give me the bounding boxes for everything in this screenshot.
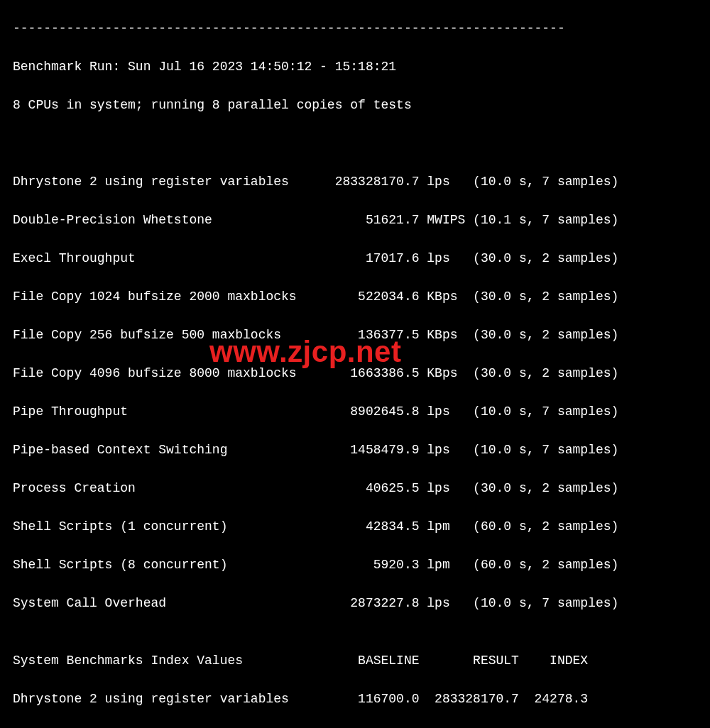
- watermark-text: www.zjcp.net: [209, 342, 401, 361]
- result-row: Execl Throughput 17017.6 lps (30.0 s, 2 …: [13, 249, 697, 268]
- benchmark-run-line: Benchmark Run: Sun Jul 16 2023 14:50:12 …: [13, 57, 697, 77]
- result-row: Process Creation 40625.5 lps (30.0 s, 2 …: [13, 479, 697, 498]
- result-row: Pipe Throughput 8902645.8 lps (10.0 s, 7…: [13, 402, 697, 421]
- result-row: Double-Precision Whetstone 51621.7 MWIPS…: [13, 211, 697, 230]
- terminal-output: ----------------------------------------…: [0, 0, 710, 728]
- index-header: System Benchmarks Index Values BASELINE …: [13, 651, 697, 671]
- cpu-info-line: 8 CPUs in system; running 8 parallel cop…: [13, 96, 697, 115]
- result-row: Shell Scripts (8 concurrent) 5920.3 lpm …: [13, 556, 697, 575]
- result-row: Dhrystone 2 using register variables 283…: [13, 172, 697, 192]
- result-row: System Call Overhead 2873227.8 lps (10.0…: [13, 594, 697, 613]
- result-row: File Copy 256 bufsize 500 maxblocks 1363…: [13, 326, 697, 345]
- index-row: Dhrystone 2 using register variables 116…: [13, 690, 697, 709]
- result-row: File Copy 1024 bufsize 2000 maxblocks 52…: [13, 287, 697, 307]
- result-row: File Copy 4096 bufsize 8000 maxblocks 16…: [13, 364, 697, 383]
- result-row: Shell Scripts (1 concurrent) 42834.5 lpm…: [13, 517, 697, 536]
- rule-line: ----------------------------------------…: [13, 19, 697, 38]
- result-row: Pipe-based Context Switching 1458479.9 l…: [13, 441, 697, 460]
